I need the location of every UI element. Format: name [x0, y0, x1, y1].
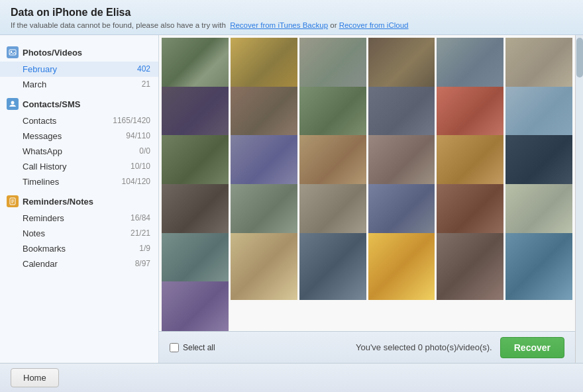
sidebar-item-february[interactable]: February 402: [0, 62, 158, 77]
scrollbar-thumb[interactable]: [576, 38, 583, 77]
select-all-area: Select all: [170, 343, 215, 352]
selection-status: You've selected 0 photo(s)/video(s).: [356, 342, 492, 352]
photo-cell-29[interactable]: [437, 233, 504, 300]
sidebar-item-reminders[interactable]: Reminders 16/84: [0, 211, 158, 226]
photo-cell-28[interactable]: [368, 233, 435, 300]
call-history-count: 10/10: [131, 162, 150, 172]
bottom-bar: Select all You've selected 0 photo(s)/vi…: [159, 331, 575, 363]
photo-cell-30[interactable]: [505, 233, 572, 300]
home-button[interactable]: Home: [11, 368, 59, 387]
photo-cell-26[interactable]: [231, 233, 297, 300]
sidebar-item-bookmarks[interactable]: Bookmarks 1/9: [0, 241, 158, 256]
select-all-checkbox[interactable]: [170, 343, 179, 352]
icloud-link[interactable]: Recover from iCloud: [339, 21, 409, 29]
contacts-section-label: Contacts/SMS: [23, 99, 80, 109]
svg-point-2: [11, 101, 15, 105]
photos-section-label: Photos/Videos: [23, 48, 82, 58]
timelines-count: 104/120: [122, 177, 150, 187]
content-area: Select all You've selected 0 photo(s)/vi…: [159, 35, 575, 363]
timelines-label: Timelines: [23, 177, 122, 187]
sidebar-item-timelines[interactable]: Timelines 104/120: [0, 174, 158, 189]
bookmarks-label: Bookmarks: [23, 244, 139, 254]
itunes-backup-link[interactable]: Recover from iTunes Backup: [230, 21, 328, 29]
calendar-count: 8/97: [135, 259, 150, 269]
link-separator: or: [330, 21, 339, 29]
contacts-count: 1165/1420: [113, 116, 150, 126]
reminders-section-icon: [7, 195, 19, 207]
recover-button[interactable]: Recover: [500, 337, 564, 358]
sidebar-item-march[interactable]: March 21: [0, 77, 158, 92]
footer-bar: Home: [0, 363, 583, 392]
subtitle-text: If the valuable data cannot be found, pl…: [11, 21, 572, 29]
sidebar-section-reminders: Reminders/Notes: [0, 192, 158, 211]
notes-label: Notes: [23, 228, 131, 238]
reminders-count: 16/84: [131, 213, 150, 223]
subtitle-prefix: If the valuable data cannot be found, pl…: [11, 21, 226, 29]
sidebar-item-calendar[interactable]: Calendar 8/97: [0, 256, 158, 271]
sidebar-item-messages[interactable]: Messages 94/110: [0, 128, 158, 144]
select-all-label: Select all: [183, 343, 215, 352]
whatsapp-count: 0/0: [139, 146, 150, 156]
photo-cell-27[interactable]: [299, 233, 366, 300]
contacts-label: Contacts: [23, 116, 113, 126]
sidebar-section-photos: Photos/Videos: [0, 43, 158, 62]
notes-count: 21/21: [131, 228, 150, 238]
march-count: 21: [142, 79, 150, 89]
bottom-right: You've selected 0 photo(s)/video(s). Rec…: [356, 337, 564, 358]
february-count: 402: [137, 64, 150, 74]
scrollbar[interactable]: [575, 35, 583, 363]
main-content: Photos/Videos February 402 March 21 Cont…: [0, 35, 583, 363]
sidebar-item-notes[interactable]: Notes 21/21: [0, 226, 158, 241]
call-history-label: Call History: [23, 162, 131, 172]
sidebar-item-whatsapp[interactable]: WhatsApp 0/0: [0, 144, 158, 159]
bookmarks-count: 1/9: [139, 244, 150, 254]
messages-label: Messages: [23, 131, 126, 141]
sidebar-section-contacts: Contacts/SMS: [0, 95, 158, 113]
header: Data on iPhone de Elisa If the valuable …: [0, 0, 583, 35]
calendar-label: Calendar: [23, 259, 135, 269]
sidebar: Photos/Videos February 402 March 21 Cont…: [0, 35, 159, 363]
sidebar-item-call-history[interactable]: Call History 10/10: [0, 159, 158, 174]
reminders-section-label: Reminders/Notes: [23, 197, 93, 207]
photo-section-icon: [7, 46, 19, 58]
photo-cell-31[interactable]: [162, 281, 229, 331]
photo-grid: [159, 35, 575, 331]
contacts-section-icon: [7, 98, 19, 110]
march-label: March: [23, 79, 142, 89]
february-label: February: [23, 64, 137, 74]
messages-count: 94/110: [126, 131, 150, 141]
sidebar-item-contacts[interactable]: Contacts 1165/1420: [0, 113, 158, 128]
whatsapp-label: WhatsApp: [23, 146, 139, 156]
reminders-label: Reminders: [23, 213, 131, 223]
page-title: Data on iPhone de Elisa: [11, 7, 572, 19]
